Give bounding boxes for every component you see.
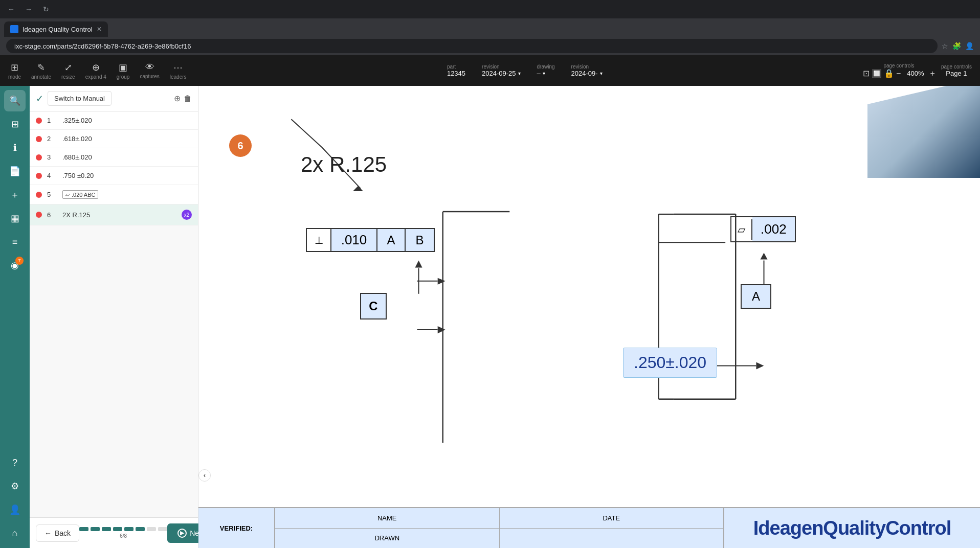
tab-close[interactable]: ✕ — [97, 26, 102, 33]
parallelism-symbol: ▱ — [731, 219, 752, 240]
tab-title: Ideagen Quality Control — [23, 26, 93, 33]
tab-bar: Ideagen Quality Control ✕ — [0, 18, 980, 37]
back-btn[interactable]: ← — [4, 2, 18, 16]
toolbar-group-captures[interactable]: 👁 captures — [140, 62, 159, 80]
lock-btn[interactable]: 🔒 — [884, 68, 894, 78]
add-action-btn[interactable]: ⊕ — [174, 94, 181, 103]
sidebar-search[interactable]: 🔍 — [4, 90, 26, 111]
svg-marker-7 — [760, 253, 767, 259]
datum-a-ref: A — [741, 284, 771, 309]
zoom-fit-btn[interactable]: ⊡ — [863, 68, 870, 78]
toolbar-group-annotate[interactable]: ✎ annotate — [31, 62, 51, 80]
row-value: .618±.020 — [62, 135, 192, 143]
revision-label: revision — [482, 64, 499, 70]
row-number: 1 — [47, 117, 57, 124]
drawing-revision-dropdown-icon[interactable]: ▾ — [600, 71, 603, 76]
drawing-dropdown-icon[interactable]: ▾ — [543, 71, 545, 76]
sidebar-settings[interactable]: ⚙ — [4, 475, 26, 497]
header-actions: ⊕ 🗑 — [174, 94, 192, 103]
title-block: VERIFIED: NAME DATE DRAWN — [198, 507, 980, 548]
sidebar-info[interactable]: ℹ — [4, 137, 26, 158]
inspection-list: 1 .325±.020 2 .618±.020 3 .680±.020 4 .7… — [30, 111, 198, 517]
sidebar-user[interactable]: 👤 — [4, 499, 26, 520]
expand-label: expand 4 — [85, 74, 106, 80]
title-verified: VERIFIED: — [198, 508, 275, 548]
sidebar-table[interactable]: ▦ — [4, 208, 26, 229]
toolbar-group-group[interactable]: ▣ group — [117, 62, 130, 80]
dot-4 — [113, 527, 122, 531]
refresh-btn[interactable]: ↻ — [39, 2, 53, 16]
inspection-row[interactable]: 5 ▱.020 ABC — [30, 185, 198, 204]
page-nav-label: page controls — [941, 64, 972, 70]
revision-value: 2024-09-25 ▾ — [482, 70, 521, 77]
forward-btn[interactable]: → — [21, 2, 36, 16]
toolbar-group-leaders[interactable]: ⋯ leaders — [170, 62, 187, 80]
svg-line-0 — [291, 119, 322, 147]
main-layout: 🔍 ⊞ ℹ 📄 ＋ ▦ ≡ ◉ 7 ? ⚙ 👤 ⌂ ✓ Switch to Ma… — [0, 86, 980, 548]
revision-dropdown-icon[interactable]: ▾ — [518, 71, 521, 76]
inspection-row[interactable]: 6 2X R.125 x2 — [30, 204, 198, 225]
revision-meta: revision 2024-09-25 ▾ — [482, 64, 521, 77]
row-number: 6 — [47, 211, 57, 219]
profile-icon[interactable]: 👤 — [965, 42, 974, 50]
mode-label: mode — [8, 74, 21, 80]
name-cell: NAME — [275, 508, 500, 528]
row-value: .750 ±0.20 — [62, 172, 192, 179]
status-dot — [36, 212, 42, 218]
next-circle-icon: ▶ — [177, 529, 187, 538]
sidebar-badge[interactable]: ◉ 7 — [4, 255, 26, 276]
sidebar-help[interactable]: ? — [4, 452, 26, 473]
part-label: part — [447, 64, 456, 70]
extension-icon[interactable]: 🧩 — [952, 42, 961, 50]
page-controls: ⊡ 🔲 🔒 − 400% + — [863, 68, 935, 78]
sidebar-document[interactable]: 📄 — [4, 161, 26, 182]
row-number: 4 — [47, 172, 57, 179]
sidebar-add[interactable]: ＋ — [4, 184, 26, 206]
zoom-page-btn[interactable]: 🔲 — [872, 68, 882, 78]
page-controls-label: page controls — [883, 63, 914, 68]
balloon-number: 6 — [237, 140, 243, 152]
zoom-out-btn[interactable]: − — [896, 69, 901, 78]
zoom-in-btn[interactable]: + — [930, 69, 935, 78]
star-icon[interactable]: ☆ — [942, 42, 948, 50]
drawing-meta: drawing – ▾ — [537, 64, 555, 77]
toolbar-group-mode[interactable]: ⊞ mode — [8, 62, 21, 80]
inspection-row[interactable]: 4 .750 ±0.20 — [30, 167, 198, 185]
toolbar-group-resize[interactable]: ⤢ resize — [61, 62, 75, 80]
fcf-datum-b: B — [406, 229, 434, 251]
row-value: ▱.020 ABC — [62, 190, 192, 199]
panel-bottom: ← Back 6/8 ▶ Next — [30, 517, 198, 548]
inspection-row[interactable]: 2 .618±.020 — [30, 130, 198, 148]
progress-dots: 6/8 — [79, 527, 167, 539]
sidebar-dashboard[interactable]: ⊞ — [4, 113, 26, 135]
sidebar-layers[interactable]: ≡ — [4, 231, 26, 253]
svg-marker-12 — [438, 278, 446, 285]
switch-to-manual-btn[interactable]: Switch to Manual — [48, 91, 112, 106]
url-input[interactable] — [6, 39, 938, 53]
page-nav-group: page controls Page 1 — [941, 64, 972, 77]
part-meta: part 12345 — [447, 64, 465, 77]
back-button[interactable]: ← Back — [36, 524, 79, 542]
panel-collapse-btn[interactable]: ‹ — [198, 469, 211, 482]
drawing-label: drawing — [537, 64, 555, 70]
inspection-row[interactable]: 1 .325±.020 — [30, 111, 198, 130]
toolbar-group-expand[interactable]: ⊕ expand 4 — [85, 62, 106, 80]
delete-action-btn[interactable]: 🗑 — [184, 94, 192, 103]
captures-label: captures — [140, 74, 159, 79]
inspection-row[interactable]: 3 .680±.020 — [30, 148, 198, 167]
fcf-datum-a: A — [377, 229, 406, 251]
page-controls-group: page controls ⊡ 🔲 🔒 − 400% + — [863, 63, 935, 78]
toolbar-meta: part 12345 revision 2024-09-25 ▾ drawing… — [447, 64, 603, 77]
row-number: 5 — [47, 191, 57, 198]
tolerance-group: ▱ .002 — [730, 216, 796, 242]
title-header-row: NAME DATE — [275, 508, 723, 529]
sidebar-home[interactable]: ⌂ — [4, 522, 26, 544]
dot-5 — [124, 527, 133, 531]
drawing-value: – ▾ — [537, 70, 545, 77]
row-value: 2X R.125 — [62, 211, 176, 219]
resize-label: resize — [61, 74, 75, 80]
row-value: .325±.020 — [62, 117, 192, 124]
active-tab[interactable]: Ideagen Quality Control ✕ — [4, 21, 108, 37]
inspection-panel: ✓ Switch to Manual ⊕ 🗑 1 .325±.020 2 .61… — [30, 86, 198, 548]
verified-label: VERIFIED: — [220, 524, 253, 532]
